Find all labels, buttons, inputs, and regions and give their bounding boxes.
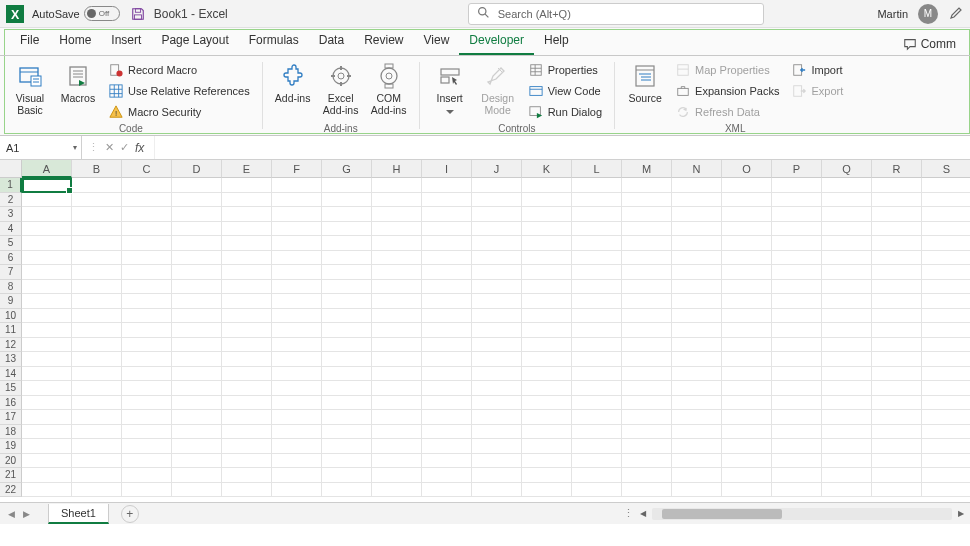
cell[interactable] — [222, 236, 272, 251]
cell[interactable] — [772, 236, 822, 251]
cell[interactable] — [672, 468, 722, 483]
cell[interactable] — [872, 338, 922, 353]
cell[interactable] — [272, 222, 322, 237]
more-icon[interactable]: ⋮ — [88, 141, 99, 154]
cell[interactable] — [72, 323, 122, 338]
cell[interactable] — [472, 352, 522, 367]
cell[interactable] — [872, 323, 922, 338]
cell[interactable] — [272, 425, 322, 440]
cell[interactable] — [622, 309, 672, 324]
cell[interactable] — [472, 294, 522, 309]
source-button[interactable]: Source — [623, 58, 667, 104]
cell[interactable] — [22, 338, 72, 353]
cell[interactable] — [372, 222, 422, 237]
cell[interactable] — [622, 294, 672, 309]
cell[interactable] — [372, 323, 422, 338]
cell[interactable] — [922, 309, 970, 324]
cell[interactable] — [622, 468, 672, 483]
cell[interactable] — [622, 410, 672, 425]
cell[interactable] — [522, 309, 572, 324]
cell[interactable] — [472, 265, 522, 280]
cell[interactable] — [572, 381, 622, 396]
cell[interactable] — [522, 294, 572, 309]
cell[interactable] — [322, 265, 372, 280]
cell[interactable] — [222, 439, 272, 454]
row-header[interactable]: 19 — [0, 439, 22, 454]
cell[interactable] — [872, 222, 922, 237]
cell[interactable] — [372, 294, 422, 309]
cell[interactable] — [672, 483, 722, 498]
cell[interactable] — [722, 367, 772, 382]
row-header[interactable]: 16 — [0, 396, 22, 411]
cell[interactable] — [372, 236, 422, 251]
cell[interactable] — [572, 309, 622, 324]
cell[interactable] — [722, 193, 772, 208]
cell[interactable] — [672, 265, 722, 280]
column-header[interactable]: O — [722, 160, 772, 178]
cell[interactable] — [722, 323, 772, 338]
cell[interactable] — [72, 367, 122, 382]
cell[interactable] — [772, 265, 822, 280]
cell[interactable] — [822, 251, 872, 266]
column-header[interactable]: P — [772, 160, 822, 178]
cell[interactable] — [872, 280, 922, 295]
cell[interactable] — [722, 338, 772, 353]
cell[interactable] — [772, 207, 822, 222]
cell[interactable] — [172, 352, 222, 367]
cell[interactable] — [422, 265, 472, 280]
cell[interactable] — [672, 222, 722, 237]
cell[interactable] — [922, 425, 970, 440]
cell[interactable] — [472, 309, 522, 324]
cell[interactable] — [572, 439, 622, 454]
spreadsheet-grid[interactable]: ABCDEFGHIJKLMNOPQRS 12345678910111213141… — [0, 160, 970, 502]
cell[interactable] — [922, 193, 970, 208]
cell[interactable] — [772, 454, 822, 469]
pen-icon[interactable] — [948, 5, 964, 23]
cell[interactable] — [472, 280, 522, 295]
cell[interactable] — [122, 381, 172, 396]
cell[interactable] — [22, 381, 72, 396]
macro-security-button[interactable]: ! Macro Security — [104, 103, 254, 121]
cell[interactable] — [372, 193, 422, 208]
cell[interactable] — [622, 425, 672, 440]
cell[interactable] — [222, 425, 272, 440]
cell[interactable] — [122, 294, 172, 309]
cell[interactable] — [872, 396, 922, 411]
cell[interactable] — [22, 265, 72, 280]
sheet-tab[interactable]: Sheet1 — [48, 504, 109, 524]
cell[interactable] — [72, 439, 122, 454]
cell[interactable] — [22, 468, 72, 483]
cell[interactable] — [222, 352, 272, 367]
cell[interactable] — [822, 236, 872, 251]
cell[interactable] — [22, 439, 72, 454]
cell[interactable] — [922, 352, 970, 367]
cell[interactable] — [322, 338, 372, 353]
cell[interactable] — [872, 483, 922, 498]
cell[interactable] — [422, 367, 472, 382]
cell[interactable] — [122, 265, 172, 280]
addins-button[interactable]: Add-ins — [271, 58, 315, 104]
cell[interactable] — [72, 425, 122, 440]
cell[interactable] — [222, 207, 272, 222]
cell[interactable] — [672, 323, 722, 338]
cell[interactable] — [422, 483, 472, 498]
cell[interactable] — [622, 251, 672, 266]
cell[interactable] — [872, 193, 922, 208]
cell[interactable] — [622, 367, 672, 382]
cell[interactable] — [922, 178, 970, 193]
cell[interactable] — [622, 454, 672, 469]
cell[interactable] — [372, 178, 422, 193]
tab-data[interactable]: Data — [309, 28, 354, 55]
cell[interactable] — [172, 425, 222, 440]
cell[interactable] — [772, 483, 822, 498]
cell[interactable] — [172, 439, 222, 454]
horizontal-scrollbar[interactable] — [652, 508, 952, 520]
cell[interactable] — [622, 265, 672, 280]
cell[interactable] — [72, 294, 122, 309]
cell[interactable] — [222, 410, 272, 425]
cell[interactable] — [722, 425, 772, 440]
cell[interactable] — [322, 468, 372, 483]
cell[interactable] — [172, 323, 222, 338]
cell[interactable] — [422, 352, 472, 367]
cell[interactable] — [72, 193, 122, 208]
